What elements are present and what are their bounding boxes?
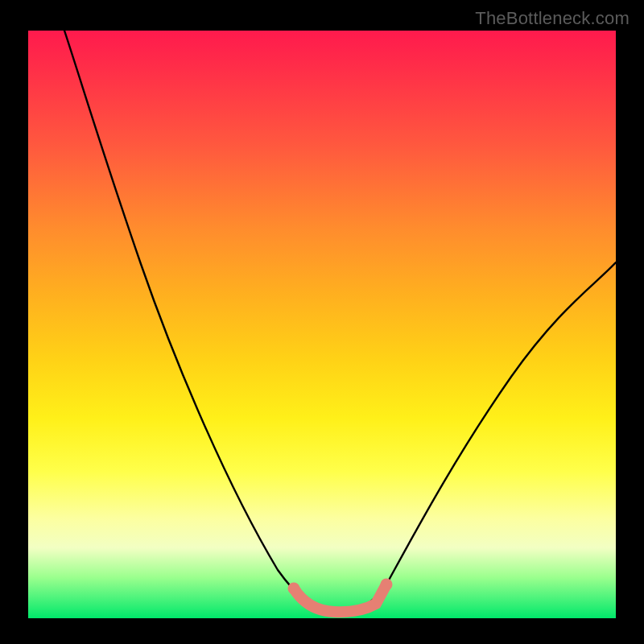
curve-layer (28, 31, 616, 618)
highlight-dot-left (288, 583, 300, 595)
plot-area (28, 31, 616, 618)
highlight-band (294, 584, 386, 612)
chart-frame: TheBottleneck.com (0, 0, 644, 644)
bottleneck-curve (64, 31, 616, 612)
highlight-dot-right (381, 579, 393, 591)
watermark-text: TheBottleneck.com (475, 8, 630, 29)
